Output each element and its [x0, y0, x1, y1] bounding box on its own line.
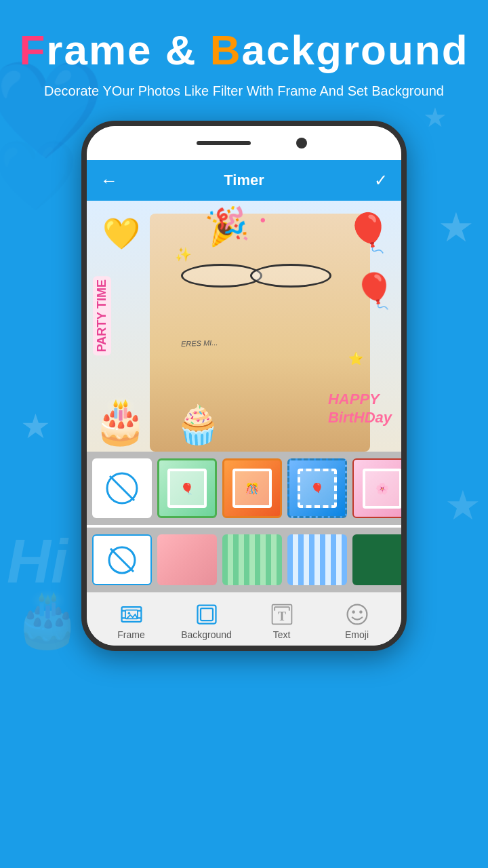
svg-point-20	[359, 610, 363, 614]
background-nav-icon	[195, 602, 219, 627]
no-frame-icon	[105, 471, 139, 505]
frame-green[interactable]: 🎈	[157, 458, 217, 518]
phone-side-button	[405, 221, 407, 262]
title-f: F	[19, 26, 46, 73]
text-nav-label: Text	[273, 629, 291, 640]
title-ackground: ackground	[242, 26, 469, 73]
nav-emoji[interactable]: Emoji	[319, 602, 394, 640]
app-title: Frame & Background	[14, 27, 474, 73]
svg-point-18	[347, 605, 367, 625]
frame-none[interactable]	[92, 458, 152, 518]
phone-outer: ← Timer ✓ ERES MI... 💛 🎉	[81, 121, 407, 651]
nav-text[interactable]: T Text	[244, 602, 319, 640]
phone-speaker	[197, 141, 251, 145]
bg-blue-stripes[interactable]	[287, 534, 347, 585]
photo-area: ERES MI... 💛 🎉 🎈 🎈 🎂 🧁 PARTY TIME HAPPYB…	[87, 201, 401, 452]
party-hat: 🎉	[203, 203, 251, 249]
nav-background[interactable]: Background	[169, 602, 244, 640]
no-bg-icon	[107, 545, 137, 575]
app-header: ← Timer ✓	[87, 160, 401, 201]
balloon-teal-1: 🎈	[345, 211, 392, 255]
backgrounds-row	[87, 528, 401, 592]
happy-birthday-text: HAPPYBirtHDay	[328, 391, 392, 427]
star-1: ✨	[175, 246, 192, 262]
cake-sticker: 🎂	[93, 395, 148, 447]
svg-rect-12	[201, 608, 213, 620]
svg-line-3	[110, 549, 134, 572]
heart-sticker: 💛	[102, 216, 140, 252]
star-2: ⭐	[348, 351, 363, 366]
frames-row: 🎈 🎊 🎈 🌸	[87, 452, 401, 525]
title-rame: rame &	[46, 26, 209, 73]
cupcake-sticker: 🧁	[175, 403, 222, 447]
shirt-text: ERES MI...	[181, 338, 218, 348]
confetti-dot: ●	[260, 214, 266, 225]
svg-line-1	[110, 476, 134, 500]
title-area: Frame & Background Decorate YOur Photos …	[0, 0, 488, 107]
text-nav-icon: T	[270, 602, 294, 627]
phone-mockup: ← Timer ✓ ERES MI... 💛 🎉	[0, 121, 488, 651]
title-b: B	[210, 26, 242, 73]
phone-camera	[296, 138, 307, 149]
frame-blue[interactable]: 🎈	[287, 458, 347, 518]
frame-nav-icon	[119, 602, 144, 627]
subtitle: Decorate YOur Photos Like Filter With Fr…	[14, 81, 474, 100]
nav-frame[interactable]: Frame	[94, 602, 169, 640]
glasses-right	[250, 264, 331, 288]
bg-pink[interactable]	[157, 534, 217, 585]
svg-point-19	[352, 610, 355, 614]
birthday-photo: ERES MI... 💛 🎉 🎈 🎈 🎂 🧁 PARTY TIME HAPPYB…	[87, 201, 401, 452]
svg-point-10	[127, 612, 130, 615]
balloon-teal-2: 🎈	[353, 271, 395, 311]
bg-dark-green[interactable]	[352, 534, 407, 585]
screen-title: Timer	[224, 172, 264, 189]
bg-none[interactable]	[92, 534, 152, 585]
svg-text:T: T	[277, 610, 285, 623]
bg-green-stripes[interactable]	[222, 534, 282, 585]
bottom-nav: Frame Background T Text	[87, 592, 401, 646]
emoji-nav-icon	[345, 602, 369, 627]
confirm-button[interactable]: ✓	[374, 171, 388, 190]
phone-notch	[87, 126, 401, 160]
frame-orange[interactable]: 🎊	[222, 458, 282, 518]
frame-pink[interactable]: 🌸	[352, 458, 401, 518]
party-side-text: PARTY TIME	[93, 276, 111, 355]
back-button[interactable]: ←	[100, 170, 118, 191]
background-nav-label: Background	[181, 629, 232, 640]
emoji-nav-label: Emoji	[345, 629, 369, 640]
svg-rect-4	[121, 607, 141, 622]
frame-nav-label: Frame	[117, 629, 144, 640]
